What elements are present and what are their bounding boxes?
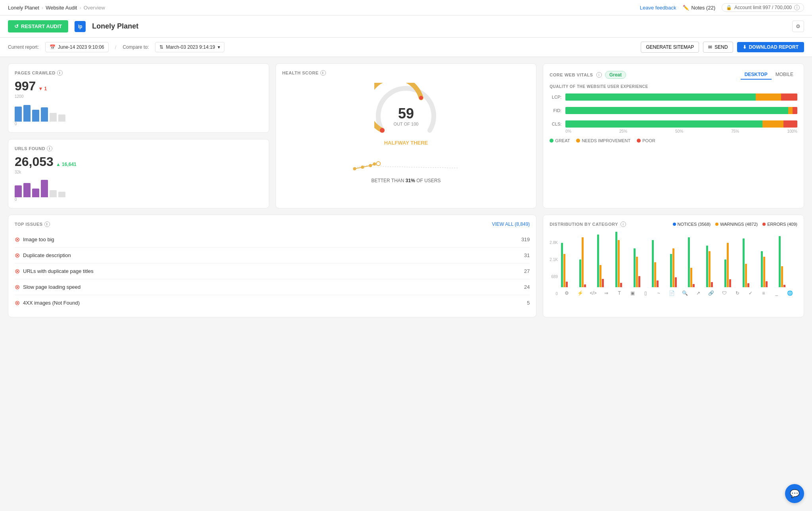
vitals-title-group: CORE WEB VITALS i Great	[550, 71, 626, 79]
download-report-button[interactable]: ⬇ DOWNLOAD REPORT	[737, 42, 804, 52]
toolbar: ↺ RESTART AUDIT lp Lonely Planet ⚙	[0, 15, 812, 38]
top-issues-title: TOP ISSUES i	[15, 221, 50, 227]
cls-yellow-seg	[762, 120, 783, 128]
dist-bars	[559, 232, 797, 287]
issue-error-icon-4: ⊗	[15, 283, 20, 291]
legend-poor-dot	[637, 139, 641, 143]
bar	[32, 189, 39, 197]
health-score-label: HALFWAY THERE	[384, 140, 428, 146]
pages-crawled-card: PAGES CRAWLED i 997 ▼ 1 1200 0	[8, 63, 269, 133]
legend-warnings: WARNINGS (4872)	[715, 222, 758, 227]
errors-bar-6	[675, 277, 677, 287]
warnings-bar-12	[781, 266, 783, 287]
pages-crawled-chart	[15, 102, 262, 122]
bar	[50, 113, 57, 122]
svg-text:59: 59	[398, 105, 414, 122]
legend-great: GREAT	[550, 138, 570, 143]
better-than-suffix: OF USERS	[415, 178, 441, 183]
compare-icon: ⇅	[159, 44, 163, 50]
download-icon: ⬇	[743, 44, 747, 50]
fid-bar	[565, 107, 797, 114]
notices-bar-0	[561, 243, 563, 287]
leave-feedback-link[interactable]: Leave feedback	[640, 5, 676, 11]
lcp-red-seg	[781, 93, 797, 101]
svg-point-5	[361, 166, 364, 169]
notices-bar-2	[597, 235, 599, 287]
notices-bar-7	[688, 237, 690, 287]
better-than-pct: 31%	[406, 178, 415, 183]
vital-row-cls: CLS:	[550, 120, 797, 128]
xicon-10: ↗	[692, 290, 704, 296]
tab-mobile[interactable]: MOBILE	[772, 70, 797, 80]
pages-crawled-info-icon[interactable]: i	[57, 70, 63, 76]
top-issues-card: TOP ISSUES i VIEW ALL (8,849) ⊗ Image to…	[8, 215, 536, 317]
health-score-title-text: HEALTH SCORE	[282, 71, 319, 75]
vitals-title: CORE WEB VITALS	[550, 72, 593, 77]
vitals-info-icon[interactable]: i	[596, 72, 602, 78]
settings-button[interactable]: ⚙	[792, 21, 804, 32]
issue-error-icon-1: ⊗	[15, 236, 20, 243]
bar	[15, 185, 22, 197]
lcp-yellow-seg	[756, 93, 781, 101]
errors-label: ERRORS (409)	[767, 222, 797, 227]
gear-icon: ⚙	[796, 23, 801, 29]
breadcrumb-website-audit[interactable]: Website Audit	[46, 5, 77, 11]
health-score-info-icon[interactable]: i	[320, 70, 326, 76]
issue-row-2[interactable]: ⊗ Duplicate description 31	[15, 248, 530, 263]
xicon-11: 🔗	[705, 290, 717, 296]
account-limit-info-icon[interactable]: i	[794, 5, 800, 10]
xicon-2: </>	[587, 290, 599, 296]
legend-poor-label: POOR	[642, 138, 655, 143]
issue-row-5[interactable]: ⊗ 4XX images (Not Found) 5	[15, 295, 530, 311]
xicon-3: ⇒	[600, 290, 612, 296]
bar	[41, 107, 48, 122]
y-2.8k: 2.8K	[550, 240, 558, 245]
warnings-bar-9	[727, 243, 729, 287]
view-all-issues-link[interactable]: VIEW ALL (8,849)	[492, 221, 530, 227]
urls-found-info-icon[interactable]: i	[47, 146, 52, 151]
xicon-5: ▣	[626, 290, 638, 296]
issue-text-3: URLs with duplicate page titles	[23, 268, 94, 274]
errors-bar-3	[620, 283, 622, 287]
issue-count-1: 319	[521, 236, 530, 242]
issue-row-1[interactable]: ⊗ Image too big 319	[15, 232, 530, 248]
account-limit-badge: 🔒 Account limit 997 / 700,000 i	[722, 3, 804, 12]
tab-desktop[interactable]: DESKTOP	[741, 70, 772, 80]
xicon-16: _	[771, 290, 783, 296]
distribution-info-icon[interactable]: i	[620, 221, 626, 227]
bar	[23, 105, 31, 122]
notices-bar-10	[743, 238, 745, 287]
issue-row-4[interactable]: ⊗ Slow page loading speed 24	[15, 279, 530, 295]
issue-text-4: Slow page loading speed	[23, 284, 80, 290]
errors-dot	[762, 223, 766, 226]
axis-25: 25%	[619, 129, 627, 133]
restart-audit-button[interactable]: ↺ RESTART AUDIT	[8, 20, 68, 32]
notes-button[interactable]: ✏️ Notes (22)	[683, 5, 716, 11]
pages-crawled-max: 1200	[15, 94, 262, 99]
notices-bar-6	[670, 254, 672, 287]
top-issues-info-icon[interactable]: i	[44, 221, 50, 227]
issue-row-3[interactable]: ⊗ URLs with duplicate page titles 27	[15, 263, 530, 279]
svg-text:OUT OF 100: OUT OF 100	[394, 122, 419, 126]
breadcrumb-lonely-planet[interactable]: Lonely Planet	[8, 5, 39, 11]
vitals-great-badge: Great	[605, 71, 626, 79]
main-content: PAGES CRAWLED i 997 ▼ 1 1200 0 HEALTH SC…	[0, 57, 812, 324]
axis-100: 100%	[787, 129, 797, 133]
dist-bar-group-9	[724, 243, 741, 287]
generate-sitemap-button[interactable]: GENERATE SITEMAP	[641, 42, 699, 53]
bar	[32, 110, 39, 122]
compare-date-selector[interactable]: ⇅ March-03 2023 9:14:19 ▾	[155, 42, 224, 52]
fid-red-seg	[793, 107, 797, 114]
dist-bar-group-7	[688, 237, 705, 287]
svg-point-8	[376, 162, 380, 166]
current-date-selector[interactable]: 📅 June-14 2023 9:10:06	[45, 42, 109, 52]
vitals-subtitle: QUALITY OF THE WEBSITE USER EXPERIENCE	[550, 84, 797, 89]
axis-50: 50%	[675, 129, 683, 133]
send-button[interactable]: ✉ SEND	[703, 42, 733, 53]
current-report-label: Current report:	[8, 44, 39, 50]
notices-dot	[673, 223, 676, 226]
health-score-title: HEALTH SCORE i	[282, 70, 530, 76]
vital-row-lcp: LCP:	[550, 93, 797, 101]
trend-svg	[289, 150, 524, 174]
legend-great-dot	[550, 139, 553, 143]
